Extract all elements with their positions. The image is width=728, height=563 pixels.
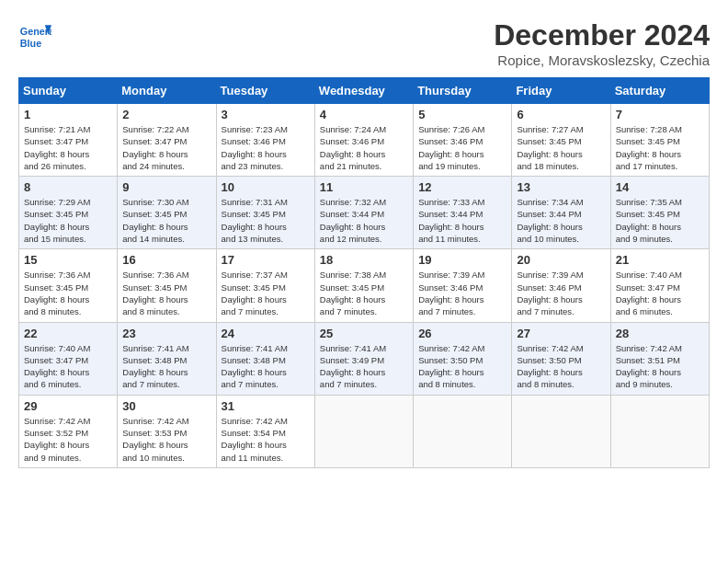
- calendar-header-row: SundayMondayTuesdayWednesdayThursdayFrid…: [19, 78, 710, 104]
- day-info: Sunrise: 7:33 AMSunset: 3:44 PMDaylight:…: [418, 196, 506, 245]
- calendar-cell: 31Sunrise: 7:42 AMSunset: 3:54 PMDayligh…: [216, 395, 314, 467]
- calendar-cell: 5Sunrise: 7:26 AMSunset: 3:46 PMDaylight…: [414, 104, 512, 177]
- calendar-cell: 10Sunrise: 7:31 AMSunset: 3:45 PMDayligh…: [216, 177, 314, 249]
- day-info: Sunrise: 7:42 AMSunset: 3:50 PMDaylight:…: [517, 342, 605, 391]
- day-number: 4: [320, 108, 408, 121]
- day-number: 27: [517, 327, 605, 340]
- day-info: Sunrise: 7:27 AMSunset: 3:45 PMDaylight:…: [517, 123, 605, 172]
- day-info: Sunrise: 7:40 AMSunset: 3:47 PMDaylight:…: [24, 342, 112, 391]
- calendar-week-row: 22Sunrise: 7:40 AMSunset: 3:47 PMDayligh…: [19, 322, 710, 395]
- day-number: 17: [222, 253, 310, 267]
- calendar-cell: 12Sunrise: 7:33 AMSunset: 3:44 PMDayligh…: [414, 177, 512, 249]
- day-info: Sunrise: 7:30 AMSunset: 3:45 PMDaylight:…: [122, 196, 210, 245]
- day-info: Sunrise: 7:41 AMSunset: 3:48 PMDaylight:…: [122, 342, 210, 391]
- calendar-cell: 25Sunrise: 7:41 AMSunset: 3:49 PMDayligh…: [314, 322, 413, 395]
- day-info: Sunrise: 7:21 AMSunset: 3:47 PMDaylight:…: [24, 123, 112, 172]
- day-info: Sunrise: 7:40 AMSunset: 3:47 PMDaylight:…: [616, 269, 704, 317]
- day-number: 15: [24, 253, 112, 267]
- day-header-wednesday: Wednesday: [314, 78, 413, 104]
- calendar-cell: 29Sunrise: 7:42 AMSunset: 3:52 PMDayligh…: [19, 395, 118, 467]
- logo: General Blue: [18, 18, 51, 52]
- day-number: 21: [616, 253, 704, 267]
- day-number: 24: [222, 327, 310, 340]
- calendar-cell: 20Sunrise: 7:39 AMSunset: 3:46 PMDayligh…: [512, 249, 610, 322]
- month-title: December 2024: [494, 18, 710, 52]
- day-info: Sunrise: 7:41 AMSunset: 3:48 PMDaylight:…: [222, 342, 310, 391]
- day-number: 16: [122, 253, 210, 267]
- day-info: Sunrise: 7:26 AMSunset: 3:46 PMDaylight:…: [418, 123, 506, 172]
- day-header-sunday: Sunday: [19, 78, 118, 104]
- day-number: 6: [517, 108, 605, 121]
- day-number: 14: [616, 180, 704, 194]
- day-info: Sunrise: 7:42 AMSunset: 3:54 PMDaylight:…: [222, 415, 310, 464]
- calendar-cell: 24Sunrise: 7:41 AMSunset: 3:48 PMDayligh…: [216, 322, 314, 395]
- title-block: December 2024 Ropice, Moravskoslezsky, C…: [494, 18, 710, 68]
- day-number: 9: [122, 180, 210, 194]
- day-info: Sunrise: 7:23 AMSunset: 3:46 PMDaylight:…: [222, 123, 310, 172]
- calendar-week-row: 15Sunrise: 7:36 AMSunset: 3:45 PMDayligh…: [19, 249, 710, 322]
- day-number: 20: [517, 253, 605, 267]
- day-info: Sunrise: 7:24 AMSunset: 3:46 PMDaylight:…: [320, 123, 408, 172]
- day-number: 2: [122, 108, 210, 121]
- day-number: 5: [418, 108, 506, 121]
- calendar-cell: 15Sunrise: 7:36 AMSunset: 3:45 PMDayligh…: [19, 249, 118, 322]
- day-number: 22: [24, 327, 112, 340]
- day-number: 13: [517, 180, 605, 194]
- day-info: Sunrise: 7:38 AMSunset: 3:45 PMDaylight:…: [320, 269, 408, 317]
- page-header: General Blue December 2024 Ropice, Morav…: [18, 18, 710, 68]
- calendar-cell: 3Sunrise: 7:23 AMSunset: 3:46 PMDaylight…: [216, 104, 314, 177]
- day-number: 30: [122, 399, 210, 413]
- calendar-week-row: 1Sunrise: 7:21 AMSunset: 3:47 PMDaylight…: [19, 104, 710, 177]
- day-number: 31: [222, 399, 310, 413]
- calendar-cell: 28Sunrise: 7:42 AMSunset: 3:51 PMDayligh…: [610, 322, 709, 395]
- day-header-saturday: Saturday: [610, 78, 709, 104]
- calendar-cell: 26Sunrise: 7:42 AMSunset: 3:50 PMDayligh…: [414, 322, 512, 395]
- day-number: 19: [418, 253, 506, 267]
- day-info: Sunrise: 7:29 AMSunset: 3:45 PMDaylight:…: [24, 196, 112, 245]
- calendar-week-row: 8Sunrise: 7:29 AMSunset: 3:45 PMDaylight…: [19, 177, 710, 249]
- day-number: 3: [222, 108, 310, 121]
- day-info: Sunrise: 7:42 AMSunset: 3:51 PMDaylight:…: [616, 342, 704, 391]
- day-number: 8: [24, 180, 112, 194]
- calendar-cell: 2Sunrise: 7:22 AMSunset: 3:47 PMDaylight…: [118, 104, 216, 177]
- day-number: 1: [24, 108, 112, 121]
- calendar-cell: [414, 395, 512, 467]
- day-info: Sunrise: 7:31 AMSunset: 3:45 PMDaylight:…: [222, 196, 310, 245]
- day-number: 7: [616, 108, 704, 121]
- calendar-cell: 6Sunrise: 7:27 AMSunset: 3:45 PMDaylight…: [512, 104, 610, 177]
- day-info: Sunrise: 7:41 AMSunset: 3:49 PMDaylight:…: [320, 342, 408, 391]
- calendar-cell: [512, 395, 610, 467]
- day-header-thursday: Thursday: [414, 78, 512, 104]
- day-info: Sunrise: 7:28 AMSunset: 3:45 PMDaylight:…: [616, 123, 704, 172]
- calendar-cell: 21Sunrise: 7:40 AMSunset: 3:47 PMDayligh…: [610, 249, 709, 322]
- day-number: 29: [24, 399, 112, 413]
- day-header-monday: Monday: [118, 78, 216, 104]
- day-number: 18: [320, 253, 408, 267]
- day-info: Sunrise: 7:34 AMSunset: 3:44 PMDaylight:…: [517, 196, 605, 245]
- calendar-cell: 18Sunrise: 7:38 AMSunset: 3:45 PMDayligh…: [314, 249, 413, 322]
- day-info: Sunrise: 7:42 AMSunset: 3:50 PMDaylight:…: [418, 342, 506, 391]
- day-info: Sunrise: 7:39 AMSunset: 3:46 PMDaylight:…: [517, 269, 605, 317]
- calendar-cell: 16Sunrise: 7:36 AMSunset: 3:45 PMDayligh…: [118, 249, 216, 322]
- location-subtitle: Ropice, Moravskoslezsky, Czechia: [494, 52, 710, 68]
- calendar-cell: 19Sunrise: 7:39 AMSunset: 3:46 PMDayligh…: [414, 249, 512, 322]
- day-number: 26: [418, 327, 506, 340]
- day-number: 12: [418, 180, 506, 194]
- calendar-cell: 11Sunrise: 7:32 AMSunset: 3:44 PMDayligh…: [314, 177, 413, 249]
- day-info: Sunrise: 7:36 AMSunset: 3:45 PMDaylight:…: [122, 269, 210, 317]
- day-info: Sunrise: 7:39 AMSunset: 3:46 PMDaylight:…: [418, 269, 506, 317]
- calendar-table: SundayMondayTuesdayWednesdayThursdayFrid…: [18, 77, 710, 468]
- calendar-cell: 7Sunrise: 7:28 AMSunset: 3:45 PMDaylight…: [610, 104, 709, 177]
- day-number: 11: [320, 180, 408, 194]
- calendar-cell: 22Sunrise: 7:40 AMSunset: 3:47 PMDayligh…: [19, 322, 118, 395]
- calendar-cell: 14Sunrise: 7:35 AMSunset: 3:45 PMDayligh…: [610, 177, 709, 249]
- calendar-cell: 27Sunrise: 7:42 AMSunset: 3:50 PMDayligh…: [512, 322, 610, 395]
- calendar-cell: [314, 395, 413, 467]
- calendar-cell: [610, 395, 709, 467]
- day-number: 25: [320, 327, 408, 340]
- day-number: 28: [616, 327, 704, 340]
- svg-text:Blue: Blue: [20, 38, 41, 49]
- day-number: 10: [222, 180, 310, 194]
- logo-icon: General Blue: [18, 18, 51, 52]
- day-info: Sunrise: 7:35 AMSunset: 3:45 PMDaylight:…: [616, 196, 704, 245]
